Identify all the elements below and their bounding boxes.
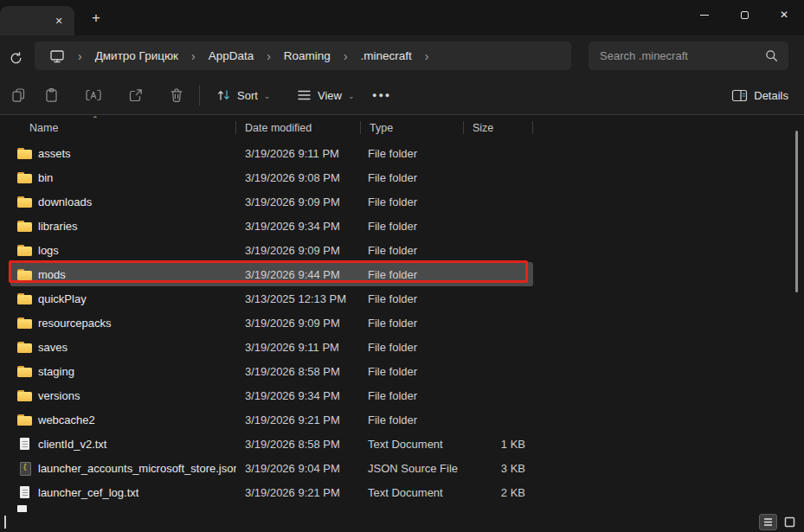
details-view-toggle[interactable] bbox=[759, 514, 777, 530]
folder-icon bbox=[17, 388, 32, 403]
folder-icon bbox=[17, 267, 32, 282]
column-label: Name bbox=[29, 122, 58, 134]
file-type: File folder bbox=[361, 220, 464, 233]
txt-icon bbox=[17, 485, 32, 500]
file-row[interactable]: staging 3/19/2026 8:58 PM File folder bbox=[10, 359, 533, 383]
column-header-name[interactable]: Name ⌃ bbox=[10, 114, 236, 141]
file-date-modified: 3/19/2026 9:09 PM bbox=[236, 317, 361, 330]
file-row[interactable]: downloads 3/19/2026 9:09 PM File folder bbox=[10, 189, 533, 214]
file-type: File folder bbox=[361, 317, 464, 330]
search-box bbox=[589, 42, 788, 70]
file-type: File folder bbox=[361, 292, 464, 305]
search-input[interactable] bbox=[589, 49, 765, 62]
file-date-modified: 3/19/2026 9:09 PM bbox=[236, 195, 361, 208]
folder-icon bbox=[17, 195, 32, 209]
breadcrumb-item[interactable]: Дмитро Грицюк bbox=[90, 49, 183, 62]
file-name: launcher_accounts_microsoft_store.json bbox=[38, 462, 236, 475]
status-text-fragment bbox=[4, 516, 6, 529]
details-pane-button[interactable]: Details bbox=[723, 82, 797, 108]
column-header-size[interactable]: Size bbox=[464, 114, 533, 141]
breadcrumb-chevron-icon[interactable]: › bbox=[259, 49, 279, 63]
file-type: File folder bbox=[361, 171, 464, 184]
breadcrumb-item[interactable]: AppData bbox=[203, 49, 260, 62]
file-row[interactable]: mods 3/19/2026 9:44 PM File folder bbox=[10, 262, 533, 286]
sort-ascending-icon: ⌃ bbox=[92, 115, 99, 124]
file-row[interactable]: saves 3/19/2026 9:11 PM File folder bbox=[10, 335, 533, 359]
file-row[interactable]: libraries 3/19/2026 9:34 PM File folder bbox=[10, 214, 533, 238]
status-bar bbox=[0, 512, 804, 532]
view-icon bbox=[297, 89, 312, 101]
close-button[interactable]: ✕ bbox=[764, 0, 804, 29]
folder-icon bbox=[17, 364, 32, 379]
sort-button[interactable]: Sort ⌄ bbox=[208, 82, 279, 108]
file-name: downloads bbox=[38, 195, 92, 208]
sort-icon bbox=[216, 88, 231, 102]
file-name: quickPlay bbox=[38, 292, 87, 305]
rename-button[interactable] bbox=[79, 82, 108, 108]
share-button[interactable] bbox=[120, 82, 150, 108]
file-date-modified: 3/19/2026 9:11 PM bbox=[236, 147, 361, 160]
file-row[interactable]: quickPlay 3/13/2025 12:13 PM File folder bbox=[10, 286, 533, 311]
file-row[interactable]: launcher_cef_log.txt 3/19/2026 9:21 PM T… bbox=[10, 480, 533, 504]
file-type: File folder bbox=[361, 244, 464, 257]
view-button[interactable]: View ⌄ bbox=[288, 82, 363, 108]
breadcrumb-item[interactable]: .minecraft bbox=[356, 49, 417, 62]
file-date-modified: 3/19/2026 9:34 PM bbox=[236, 220, 361, 233]
folder-icon bbox=[17, 340, 32, 355]
column-label: Type bbox=[370, 122, 393, 134]
details-pane-icon bbox=[731, 89, 748, 102]
search-icon[interactable] bbox=[765, 49, 778, 62]
maximize-icon bbox=[741, 11, 749, 19]
file-date-modified: 3/13/2025 12:13 PM bbox=[236, 292, 361, 305]
json-icon bbox=[17, 461, 32, 476]
breadcrumb-chevron-icon[interactable]: › bbox=[183, 49, 203, 63]
file-date-modified: 3/19/2026 9:34 PM bbox=[236, 389, 361, 402]
file-name: mods bbox=[38, 268, 66, 281]
file-size: 2 KB bbox=[464, 486, 533, 499]
file-name: assets bbox=[38, 147, 71, 160]
chevron-down-icon: ⌄ bbox=[348, 93, 355, 100]
file-row[interactable]: launcher_accounts_microsoft_store.json 3… bbox=[10, 456, 533, 480]
copy-button[interactable] bbox=[3, 82, 33, 108]
file-name: versions bbox=[38, 389, 80, 402]
file-type: File folder bbox=[361, 147, 464, 160]
tab-close-icon[interactable]: ✕ bbox=[50, 12, 68, 29]
refresh-button[interactable] bbox=[4, 47, 27, 69]
file-name: saves bbox=[38, 341, 68, 354]
column-header-row: Name ⌃ Date modified Type Size bbox=[0, 114, 804, 141]
file-row[interactable]: webcache2 3/19/2026 9:21 PM File folder bbox=[10, 407, 533, 432]
file-row[interactable]: assets 3/19/2026 9:11 PM File folder bbox=[10, 141, 533, 165]
breadcrumb-chevron-icon[interactable]: › bbox=[70, 49, 90, 63]
file-size: 3 KB bbox=[464, 462, 533, 475]
file-date-modified: 3/19/2026 9:21 PM bbox=[236, 413, 361, 426]
minimize-icon bbox=[700, 15, 709, 16]
column-header-date-modified[interactable]: Date modified bbox=[236, 114, 361, 141]
breadcrumb-item[interactable]: Roaming bbox=[279, 49, 336, 62]
folder-icon bbox=[17, 146, 32, 161]
minimize-button[interactable] bbox=[685, 0, 724, 29]
paste-button[interactable] bbox=[36, 82, 66, 108]
file-row[interactable]: bin 3/19/2026 9:08 PM File folder bbox=[10, 165, 533, 189]
vertical-scrollbar-thumb[interactable] bbox=[795, 131, 798, 292]
explorer-tab[interactable]: ✕ bbox=[0, 6, 74, 35]
thumbnail-view-icon bbox=[784, 516, 795, 528]
file-type: Text Document bbox=[361, 438, 464, 451]
breadcrumb-chevron-icon[interactable]: › bbox=[417, 49, 437, 63]
file-row[interactable]: versions 3/19/2026 9:34 PM File folder bbox=[10, 383, 533, 407]
breadcrumb-chevron-icon[interactable]: › bbox=[336, 49, 356, 63]
see-more-button[interactable]: ●●● bbox=[363, 82, 400, 108]
column-header-type[interactable]: Type bbox=[361, 114, 464, 141]
file-row[interactable]: resourcepacks 3/19/2026 9:09 PM File fol… bbox=[10, 311, 533, 335]
file-type: File folder bbox=[361, 341, 464, 354]
command-bar: Sort ⌄ View ⌄ ●●● Details bbox=[0, 76, 804, 115]
this-pc-icon[interactable] bbox=[44, 48, 70, 64]
toolbar-separator bbox=[199, 85, 200, 106]
delete-button[interactable] bbox=[162, 82, 191, 108]
file-row[interactable]: logs 3/19/2026 9:09 PM File folder bbox=[10, 238, 533, 262]
maximize-button[interactable] bbox=[724, 0, 764, 29]
file-row[interactable]: clientId_v2.txt 3/19/2026 8:58 PM Text D… bbox=[10, 432, 533, 456]
delete-icon bbox=[169, 87, 184, 104]
new-tab-button[interactable]: + bbox=[86, 9, 106, 28]
thumbnail-view-toggle[interactable] bbox=[781, 514, 799, 530]
file-type: File folder bbox=[361, 365, 464, 378]
